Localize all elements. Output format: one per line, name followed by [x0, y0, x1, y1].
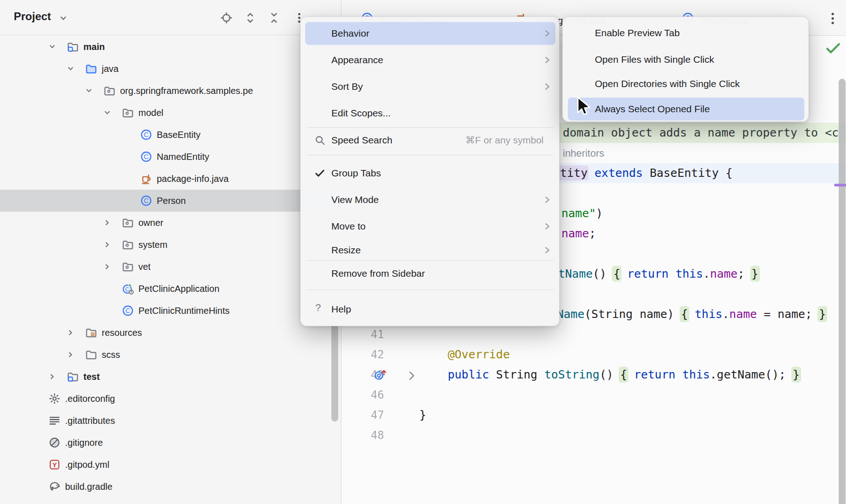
tree-item-label: main [83, 42, 105, 52]
tree-item-baseentity[interactable]: CBaseEntity [0, 124, 341, 146]
menu-item-remove-from-sidebar[interactable]: Remove from Sidebar [305, 262, 555, 285]
tree-chevron-down-icon[interactable] [84, 86, 93, 95]
code-token: domain object adds a name property to <c [563, 126, 839, 139]
tree-item-system[interactable]: system [0, 234, 341, 256]
submenu-item-open-directories-with-single-click[interactable]: Open Directories with Single Click [568, 72, 804, 95]
tree-chevron-right-icon[interactable] [66, 350, 75, 359]
tree-item-label: build.gradle [65, 482, 112, 492]
svg-text:C: C [126, 307, 131, 314]
project-panel-scrollbar[interactable] [331, 320, 338, 422]
submenu-arrow-icon [543, 246, 552, 255]
project-panel-title[interactable]: Project [14, 10, 51, 23]
svg-text:Y: Y [52, 461, 57, 469]
tree-item-org-springframework-samples-pe[interactable]: org.springframework.samples.pe [0, 80, 341, 102]
project-tool-window: Project mainjavaorg.springframework.samp… [0, 0, 341, 504]
tree-item-gitignore[interactable]: .gitignore [0, 432, 341, 454]
code-token: } [752, 267, 758, 280]
code-token: . [703, 267, 710, 280]
tree-item-label: org.springframework.samples.pe [120, 86, 253, 96]
tree-item-editorconfig[interactable]: .editorconfig [0, 388, 341, 410]
menu-item-move-to[interactable]: Move to [305, 215, 555, 238]
tree-item-petclinicruntimehints[interactable]: CPetClinicRuntimeHints [0, 300, 341, 322]
tree-item-label: PetClinicRuntimeHints [138, 306, 230, 316]
menu-item-view-mode[interactable]: View Mode [305, 188, 555, 211]
code-fold-chevron-icon[interactable] [405, 369, 418, 382]
code-token: return [627, 267, 669, 280]
tree-item-gitpod-yml[interactable]: Y.gitpod.yml [0, 454, 341, 476]
menu-item-label: Behavior [331, 28, 369, 39]
collapse-all-icon[interactable] [268, 12, 280, 24]
menu-separator [307, 155, 554, 155]
submenu-item-open-files-with-single-click[interactable]: Open Files with Single Click [568, 48, 804, 71]
code-line-col: name") [561, 203, 603, 224]
coffee-icon [140, 173, 152, 185]
tree-chevron-right-icon[interactable] [48, 372, 57, 381]
tree-chevron-right-icon[interactable] [103, 218, 112, 227]
tree-item-label: .editorconfig [65, 394, 115, 404]
tree-item-label: package-info.java [157, 174, 229, 184]
search-icon [314, 135, 325, 146]
menu-item-sort-by[interactable]: Sort By [305, 75, 555, 98]
menu-item-help[interactable]: ?Help [305, 298, 555, 321]
error-stripe-mark[interactable] [834, 184, 846, 186]
inspections-ok-check-icon[interactable] [825, 42, 841, 55]
folder-root-icon [67, 41, 79, 53]
tree-chevron-right-icon[interactable] [66, 328, 75, 337]
tree-item-main[interactable]: main [0, 36, 341, 58]
folder-root-icon [67, 371, 79, 383]
tree-chevron-right-icon[interactable] [103, 262, 112, 271]
gear-icon [49, 393, 60, 405]
tree-item-test[interactable]: test [0, 366, 341, 388]
locate-opened-file-icon[interactable] [220, 12, 232, 24]
check-icon [314, 168, 325, 179]
code-token: { [620, 368, 627, 381]
svg-text:C: C [144, 197, 149, 204]
tree-item-java[interactable]: java [0, 58, 341, 80]
tree-item-owner[interactable]: owner [0, 212, 341, 234]
tree-item-gitattributes[interactable]: .gitattributes [0, 410, 341, 432]
code-line-end: } [419, 405, 426, 425]
tree-item-vet[interactable]: vet [0, 256, 341, 278]
line-number-42: 42 [356, 345, 384, 365]
tree-chevron-down-icon[interactable] [48, 42, 57, 51]
code-token [669, 267, 676, 280]
menu-item-resize[interactable]: Resize [305, 239, 555, 262]
tree-item-person[interactable]: CPerson [0, 190, 341, 212]
tree-chevron-down-icon[interactable] [66, 64, 75, 73]
code-token: = name; [757, 307, 819, 321]
tree-chevron-right-icon[interactable] [103, 240, 112, 249]
tree-item-package-info-java[interactable]: package-info.java [0, 168, 341, 190]
line-number-46: 46 [356, 385, 384, 405]
overrides-method-gutter-icon[interactable] [374, 368, 387, 381]
tree-item-label: model [138, 108, 163, 118]
code-line-ann: @Override [448, 345, 510, 365]
tree-item-build-gradle[interactable]: build.gradle [0, 476, 341, 498]
tree-item-namedentity[interactable]: CNamedEntity [0, 146, 341, 168]
menu-item-behavior[interactable]: Behavior [305, 22, 555, 45]
editor-scrollbar[interactable] [839, 79, 846, 504]
project-view-chevron-down-icon[interactable] [58, 13, 68, 23]
submenu-item-always-select-opened-file[interactable]: Always Select Opened File [568, 98, 804, 121]
code-token: Name [557, 307, 584, 321]
tab-options-kebab-icon[interactable] [827, 11, 839, 26]
menu-item-appearance[interactable]: Appearance [305, 49, 555, 71]
tree-item-model[interactable]: model [0, 102, 341, 124]
tree-item-resources[interactable]: resources [0, 322, 341, 344]
menu-separator [307, 260, 554, 261]
expand-all-icon[interactable] [244, 12, 256, 24]
folder-resources-icon [85, 327, 97, 339]
tree-item-label: scss [102, 350, 120, 360]
line-number-48: 48 [356, 425, 384, 445]
tree-item-petclinicapplication[interactable]: CPetClinicApplication [0, 278, 341, 300]
menu-item-group-tabs[interactable]: Group Tabs [305, 162, 555, 185]
menu-item-edit-scopes[interactable]: Edit Scopes... [305, 102, 555, 125]
tree-item-scss[interactable]: scss [0, 344, 341, 366]
submenu-item-enable-preview-tab[interactable]: Enable Preview Tab [568, 22, 804, 44]
project-panel-header: Project [0, 0, 341, 35]
no-entry-icon [49, 437, 60, 449]
tree-chevron-down-icon[interactable] [103, 108, 112, 117]
menu-item-speed-search[interactable]: Speed Search⌘F or any symbol [305, 129, 555, 152]
folder-icon [85, 349, 97, 361]
folder-package-icon [122, 107, 134, 119]
submenu-item-label: Enable Preview Tab [595, 27, 680, 38]
